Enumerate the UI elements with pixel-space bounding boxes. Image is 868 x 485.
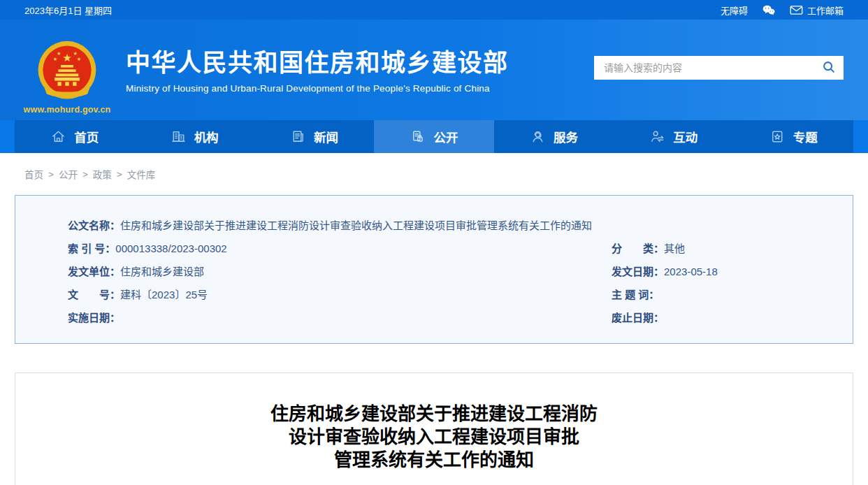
site-logo[interactable]: ★ ★ ★ ★ ★ www.mohurd.gov.cn <box>24 39 110 120</box>
site-url: www.mohurd.gov.cn <box>24 105 111 115</box>
meta-label-impl-date: 实施日期： <box>68 310 120 325</box>
site-title: 中华人民共和国住房和城乡建设部 <box>126 50 509 75</box>
current-date: 2023年6月1日 星期四 <box>24 3 112 17</box>
interaction-icon <box>649 129 665 145</box>
mail-icon <box>790 5 803 15</box>
meta-label-issue-date: 发文日期： <box>612 264 664 279</box>
breadcrumb-separator: > <box>82 169 88 180</box>
breadcrumb-library[interactable]: 文件库 <box>127 167 156 181</box>
meta-label-index-no: 索 引 号： <box>68 241 115 256</box>
document-title-line2: 设计审查验收纳入工程建设项目审批 <box>15 426 853 449</box>
search-icon <box>821 59 837 77</box>
breadcrumb-separator: > <box>48 169 54 180</box>
nav-item-home[interactable]: 首页 <box>15 120 134 153</box>
meta-label-repeal-date: 废止日期： <box>612 310 664 325</box>
breadcrumb-separator: > <box>117 169 122 180</box>
search-button[interactable] <box>814 56 844 80</box>
meta-label-doc-name: 公文名称： <box>68 218 120 233</box>
meta-value-index-no: 000013338/2023-00302 <box>115 241 226 256</box>
meta-value-issue-date: 2023-05-18 <box>664 264 718 279</box>
top-utility-bar: 2023年6月1日 星期四 无障碍 <box>0 0 868 20</box>
svg-text:★: ★ <box>62 52 72 64</box>
meta-value-category: 其他 <box>664 241 685 256</box>
meta-label-category: 分 类： <box>612 241 664 256</box>
national-emblem-icon: ★ ★ ★ ★ ★ <box>36 39 99 103</box>
meta-label-doc-no: 文 号： <box>68 287 120 302</box>
meta-label-keywords: 主 题 词： <box>612 287 659 302</box>
meta-value-doc-no: 建科〔2023〕25号 <box>120 287 208 302</box>
search-box <box>594 56 844 80</box>
document-title-line1: 住房和城乡建设部关于推进建设工程消防 <box>15 403 853 426</box>
disclosure-icon <box>410 129 426 145</box>
svg-text:★: ★ <box>53 56 57 62</box>
nav-item-news[interactable]: 新闻 <box>254 120 374 153</box>
meta-value-issuer: 住房和城乡建设部 <box>120 264 204 279</box>
wechat-icon[interactable] <box>762 4 776 16</box>
work-mailbox-link[interactable]: 工作邮箱 <box>790 3 844 17</box>
organization-icon <box>171 129 187 145</box>
meta-row-impl-repeal: 实施日期： 废止日期： <box>68 310 839 325</box>
topics-icon <box>769 129 786 145</box>
meta-label-issuer: 发文单位： <box>68 264 120 279</box>
service-icon <box>530 129 546 145</box>
nav-item-service[interactable]: 服务 <box>494 120 614 153</box>
news-icon <box>290 129 306 145</box>
nav-item-topics[interactable]: 专题 <box>734 120 853 153</box>
nav-item-organization[interactable]: 机构 <box>134 120 254 153</box>
accessibility-link[interactable]: 无障碍 <box>721 3 748 17</box>
document-title: 住房和城乡建设部关于推进建设工程消防 设计审查验收纳入工程建设项目审批 管理系统… <box>15 403 853 472</box>
breadcrumb: 首页 > 公开 > 政策 > 文件库 <box>15 167 853 181</box>
meta-row-name: 公文名称： 住房和城乡建设部关于推进建设工程消防设计审查验收纳入工程建设项目审批… <box>68 218 839 233</box>
meta-row-index-category: 索 引 号： 000013338/2023-00302 分 类： 其他 <box>68 241 839 256</box>
site-subtitle: Ministry of Housing and Urban-Rural Deve… <box>126 83 509 94</box>
nav-item-interaction[interactable]: 互动 <box>614 120 733 153</box>
document-metadata-box: 公文名称： 住房和城乡建设部关于推进建设工程消防设计审查验收纳入工程建设项目审批… <box>15 195 853 344</box>
meta-row-issuer-date: 发文单位： 住房和城乡建设部 发文日期： 2023-05-18 <box>68 264 839 279</box>
breadcrumb-policy[interactable]: 政策 <box>93 167 112 181</box>
nav-item-disclosure[interactable]: 公开 <box>374 120 493 153</box>
search-input[interactable] <box>594 56 814 80</box>
meta-value-doc-name: 住房和城乡建设部关于推进建设工程消防设计审查验收纳入工程建设项目审批管理系统有关… <box>120 218 592 233</box>
breadcrumb-home[interactable]: 首页 <box>24 167 43 181</box>
document-content-card: 住房和城乡建设部关于推进建设工程消防 设计审查验收纳入工程建设项目审批 管理系统… <box>15 372 853 485</box>
site-header: ★ ★ ★ ★ ★ www.mohurd.gov.cn 中华人民共和国住房和城乡… <box>0 20 868 120</box>
home-icon <box>50 129 66 145</box>
document-title-line3: 管理系统有关工作的通知 <box>15 449 853 472</box>
meta-row-docno-keywords: 文 号： 建科〔2023〕25号 主 题 词： <box>68 287 839 302</box>
breadcrumb-disclosure[interactable]: 公开 <box>59 167 78 181</box>
svg-text:★: ★ <box>77 56 81 62</box>
main-navigation: 首页 机构 新闻 <box>0 120 868 153</box>
